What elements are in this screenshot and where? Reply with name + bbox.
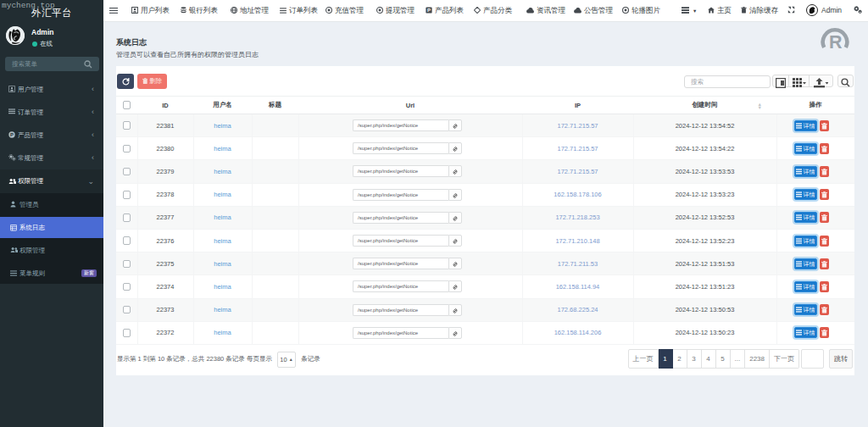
- svg-text:P: P: [427, 8, 431, 13]
- svg-text:R: R: [829, 32, 843, 49]
- svg-text:P: P: [10, 132, 14, 137]
